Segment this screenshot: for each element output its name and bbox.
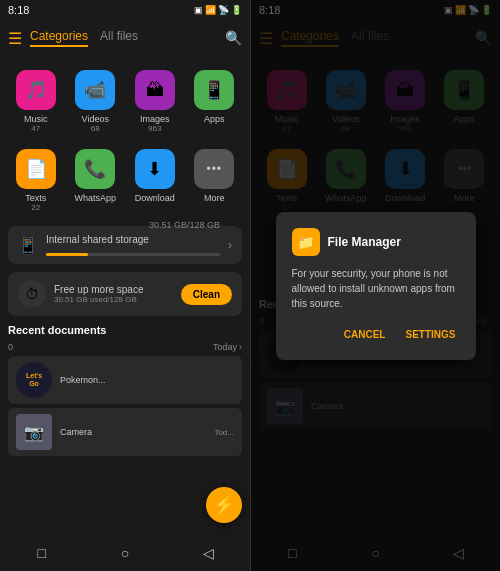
security-dialog: 📁 File Manager For your security, your p…	[276, 212, 476, 360]
app-item-whatsapp[interactable]: 📞 WhatsApp	[68, 143, 124, 218]
wifi-icon: 📶	[205, 5, 216, 15]
videos-label: Videos	[82, 114, 109, 124]
app-grid: 🎵 Music 47 📹 Videos 68 🏔 Images 963 📱 Ap…	[8, 64, 242, 218]
doc-item-camera[interactable]: 📷 Camera Tod...	[8, 408, 242, 456]
dialog-actions: CANCEL SETTINGS	[292, 325, 460, 344]
signal-icon: 📡	[218, 5, 229, 15]
fab-button[interactable]: ⚡	[206, 487, 242, 523]
camera-thumbnail: 📷	[16, 414, 52, 450]
nav-triangle-button[interactable]: ◁	[193, 538, 223, 568]
videos-count: 68	[91, 124, 100, 133]
storage-bar	[46, 253, 220, 256]
doc-header-num: 0	[8, 342, 13, 352]
app-item-texts[interactable]: 📄 Texts 22	[8, 143, 64, 218]
status-bar-left: 8:18 ▣ 📶 📡 🔋	[0, 0, 250, 20]
sim-icon: ▣	[194, 5, 203, 15]
apps-icon: 📱	[194, 70, 234, 110]
free-space-subtitle: 30.51 GB used/128 GB	[54, 295, 173, 304]
nav-circle-button[interactable]: ○	[110, 538, 140, 568]
app-item-more[interactable]: ••• More	[187, 143, 243, 218]
tab-categories[interactable]: Categories	[30, 29, 88, 47]
app-item-music[interactable]: 🎵 Music 47	[8, 64, 64, 139]
music-label: Music	[24, 114, 48, 124]
apps-label: Apps	[204, 114, 225, 124]
music-count: 47	[31, 124, 40, 133]
free-space-info: Free up more space 30.51 GB used/128 GB	[54, 284, 173, 304]
videos-icon: 📹	[75, 70, 115, 110]
free-space-icon: ⏱	[18, 280, 46, 308]
whatsapp-icon: 📞	[75, 149, 115, 189]
music-icon: 🎵	[16, 70, 56, 110]
right-screen: 8:18 ▣ 📶 📡 🔋 ☰ Categories All files 🔍 🎵 …	[250, 0, 500, 571]
recent-docs-title: Recent documents	[8, 324, 242, 336]
whatsapp-label: WhatsApp	[74, 193, 116, 203]
doc-date: Today ›	[213, 342, 242, 352]
dialog-overlay: 📁 File Manager For your security, your p…	[251, 0, 500, 571]
app-item-download[interactable]: ⬇ Download	[127, 143, 183, 218]
dialog-header: 📁 File Manager	[292, 228, 460, 256]
texts-label: Texts	[25, 193, 46, 203]
top-nav-left: ☰ Categories All files 🔍	[0, 20, 250, 56]
texts-icon: 📄	[16, 149, 56, 189]
hamburger-icon[interactable]: ☰	[8, 29, 22, 48]
tab-all-files[interactable]: All files	[100, 29, 138, 47]
texts-count: 22	[31, 203, 40, 212]
download-label: Download	[135, 193, 175, 203]
storage-size: 30.51 GB/128 GB	[149, 220, 220, 249]
camera-date: Tod...	[214, 428, 234, 437]
storage-title: Internal shared storage	[46, 234, 149, 245]
settings-button[interactable]: SETTINGS	[401, 325, 459, 344]
cancel-button[interactable]: CANCEL	[340, 325, 390, 344]
content-left: 🎵 Music 47 📹 Videos 68 🏔 Images 963 📱 Ap…	[0, 56, 250, 535]
storage-card[interactable]: 📱 Internal shared storage 30.51 GB/128 G…	[8, 226, 242, 264]
dialog-title: File Manager	[328, 235, 401, 249]
app-item-videos[interactable]: 📹 Videos 68	[68, 64, 124, 139]
free-space-title: Free up more space	[54, 284, 173, 295]
free-space-card: ⏱ Free up more space 30.51 GB used/128 G…	[8, 272, 242, 316]
nav-square-button[interactable]: □	[27, 538, 57, 568]
chevron-right-icon: ›	[228, 238, 232, 252]
doc-name-pokemon: Pokemon...	[60, 375, 106, 385]
storage-device-icon: 📱	[18, 236, 38, 255]
app-item-apps[interactable]: 📱 Apps	[187, 64, 243, 139]
battery-icon: 🔋	[231, 5, 242, 15]
images-icon: 🏔	[135, 70, 175, 110]
dialog-file-manager-icon: 📁	[292, 228, 320, 256]
app-item-images[interactable]: 🏔 Images 963	[127, 64, 183, 139]
storage-info: Internal shared storage 30.51 GB/128 GB	[46, 234, 220, 256]
clean-button[interactable]: Clean	[181, 284, 232, 305]
doc-name-camera: Camera	[60, 427, 92, 437]
bottom-nav-left: □ ○ ◁	[0, 535, 250, 571]
pokemon-thumbnail: Let'sGo	[16, 362, 52, 398]
status-icons-left: ▣ 📶 📡 🔋	[194, 5, 242, 15]
more-icon: •••	[194, 149, 234, 189]
doc-item-pokemon[interactable]: Let'sGo Pokemon...	[8, 356, 242, 404]
more-label: More	[204, 193, 225, 203]
doc-header: 0 Today ›	[8, 342, 242, 352]
images-label: Images	[140, 114, 170, 124]
search-icon[interactable]: 🔍	[225, 30, 242, 46]
status-time-left: 8:18	[8, 4, 29, 16]
storage-bar-fill	[46, 253, 88, 256]
dialog-message: For your security, your phone is not all…	[292, 266, 460, 311]
left-screen: 8:18 ▣ 📶 📡 🔋 ☰ Categories All files 🔍 🎵 …	[0, 0, 250, 571]
nav-tabs-left: Categories All files	[30, 29, 217, 47]
images-count: 963	[148, 124, 161, 133]
download-icon: ⬇	[135, 149, 175, 189]
